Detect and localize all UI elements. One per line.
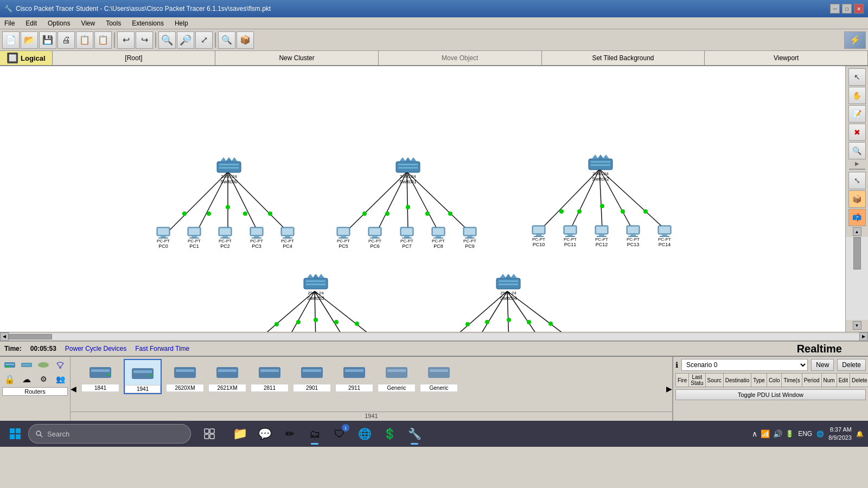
zoom-in-button[interactable]: 🔍 (158, 31, 176, 49)
app-dollar[interactable]: 💲 (378, 422, 401, 446)
app-browser[interactable]: 🌐 (353, 422, 376, 446)
pc11-node[interactable]: PC-PTPC11 (562, 224, 578, 248)
pc4-node[interactable]: PC-PTPC4 (279, 226, 296, 249)
app-file-manager[interactable]: 🗂 (303, 422, 327, 446)
switch2-node[interactable]: 2960-24Switch2 (588, 155, 614, 182)
globe-icon[interactable]: 🌐 (816, 431, 824, 438)
scenario-info-icon[interactable]: ℹ (675, 361, 678, 369)
viewport-button[interactable]: Viewport (705, 51, 868, 65)
open-button[interactable]: 📂 (21, 31, 38, 49)
scroll-right-button[interactable]: ▶ (666, 384, 672, 393)
task-view-button[interactable] (197, 422, 221, 446)
vscroll-thumb[interactable] (853, 237, 861, 269)
hscroll[interactable]: ◀ ▶ (0, 332, 868, 341)
pc9-node[interactable]: PC-PTPC9 (462, 226, 478, 249)
app-windows-store[interactable]: 🛡 1 (328, 422, 352, 446)
menu-tools[interactable]: Tools (104, 18, 123, 28)
pc13-node[interactable]: PC-PTPC13 (625, 224, 641, 248)
multiuser-category-button[interactable]: 👥 (53, 373, 68, 385)
app-file-explorer[interactable]: 📁 (228, 422, 252, 446)
vscroll-track[interactable] (846, 237, 868, 320)
select-tool-button[interactable]: ↖ (848, 68, 866, 86)
device-2620XM[interactable]: 2620XM (166, 359, 204, 392)
resize-tool-button[interactable]: ⤡ (848, 172, 866, 189)
menu-help[interactable]: Help (173, 18, 190, 28)
toggle-pdu-button[interactable]: Toggle PDU List Window (675, 389, 866, 400)
canvas-area[interactable]: 2960-24Switch0 2960-24Switch1 (0, 66, 845, 332)
save-button[interactable]: 💾 (39, 31, 56, 49)
hand-tool-button[interactable]: ✋ (848, 87, 866, 104)
wan-category-button[interactable]: ☁ (19, 373, 34, 385)
taskbar-search-bar[interactable]: Search (28, 424, 191, 444)
fast-forward-button[interactable]: Fast Forward Time (135, 345, 189, 352)
close-button[interactable]: ✕ (854, 4, 864, 14)
custom-category-button[interactable]: ⚙ (36, 373, 51, 385)
device-1841[interactable]: 1841 (81, 359, 119, 392)
pdu-simple-button[interactable]: 📦 (848, 190, 866, 208)
help-button[interactable]: ⚡ (844, 31, 866, 49)
battery-icon[interactable]: 🔋 (786, 430, 794, 438)
chevron-up-icon[interactable]: ∧ (752, 429, 757, 438)
new-button[interactable]: 📄 (2, 31, 20, 49)
pc12-node[interactable]: PC-PTPC12 (593, 224, 610, 248)
scroll-left-button[interactable]: ◀ (71, 384, 76, 393)
zoom-reset-button[interactable]: 🔎 (177, 31, 194, 49)
switch-category-button[interactable] (19, 359, 34, 371)
note-tool-button[interactable]: 📝 (848, 105, 866, 123)
hscroll-left[interactable]: ◀ (0, 332, 9, 341)
security-category-button[interactable]: 🔒 (2, 373, 17, 385)
hscroll-right[interactable]: ▶ (859, 332, 868, 341)
maximize-button[interactable]: □ (842, 4, 852, 14)
pc10-node[interactable]: PC-PTPC10 (531, 224, 547, 248)
pc0-node[interactable]: PC-PTPC0 (155, 226, 171, 249)
hscroll-thumb[interactable] (9, 334, 52, 339)
network-icon[interactable]: 📶 (761, 429, 770, 438)
pc6-node[interactable]: PC-PTPC6 (367, 226, 383, 249)
menu-extensions[interactable]: Extensions (130, 18, 166, 28)
undo-button[interactable]: ↩ (117, 31, 135, 49)
pc3-node[interactable]: PC-PTPC3 (248, 226, 265, 249)
pdu-complex-button[interactable]: 📫 (848, 209, 866, 226)
menu-file[interactable]: File (2, 18, 17, 28)
root-button[interactable]: [Root] (53, 51, 216, 65)
switch4-node[interactable]: 2960-24Switch4 (495, 274, 521, 301)
switch1-node[interactable]: 2960-24Switch1 (395, 157, 421, 185)
menu-options[interactable]: Options (46, 18, 72, 28)
language-indicator[interactable]: ENG (798, 430, 812, 438)
hub-category-button[interactable] (36, 359, 51, 371)
pc5-node[interactable]: PC-PTPC5 (335, 226, 352, 249)
copy-button[interactable]: 📋 (76, 31, 93, 49)
app-cisco-pt[interactable]: 🔧 (403, 422, 426, 446)
device-1941[interactable]: 1941 (124, 359, 162, 394)
notification-icon[interactable]: 🔔 (856, 431, 864, 438)
redo-button[interactable]: ↪ (136, 31, 153, 49)
device-2911[interactable]: 2911 (335, 359, 373, 392)
scenario-delete-button[interactable]: Delete (837, 359, 866, 371)
set-tiled-bg-button[interactable]: Set Tiled Background (542, 51, 705, 65)
router-category-button[interactable] (2, 359, 17, 371)
app-zoom[interactable]: 💬 (253, 422, 277, 446)
pc8-node[interactable]: PC-PTPC8 (430, 226, 446, 249)
inspector-button[interactable]: 🔍 (218, 31, 235, 49)
menu-edit[interactable]: Edit (23, 18, 39, 28)
app-editor[interactable]: ✏ (278, 422, 302, 446)
print-button[interactable]: 🖨 (58, 31, 75, 49)
pc14-node[interactable]: PC-PTPC14 (656, 224, 673, 248)
device-2811[interactable]: 2811 (251, 359, 289, 392)
search-tool-button[interactable]: 🔍 (848, 142, 866, 159)
minimize-button[interactable]: ─ (830, 4, 840, 14)
routers-label[interactable]: Routers (2, 387, 68, 396)
scenario-new-button[interactable]: New (811, 359, 834, 371)
vscroll-up[interactable]: ▲ (853, 227, 861, 236)
start-button[interactable] (4, 423, 26, 445)
power-cycle-button[interactable]: Power Cycle Devices (65, 345, 126, 352)
scenario-select[interactable]: Scenario 0 (681, 359, 808, 371)
speaker-icon[interactable]: 🔊 (773, 429, 782, 438)
expand-icon[interactable]: ▶ (855, 160, 859, 166)
move-object-button[interactable]: Move Object (379, 51, 542, 65)
device-2901[interactable]: 2901 (293, 359, 331, 392)
device-generic-a[interactable]: Generic (378, 359, 416, 392)
taskbar-clock[interactable]: 8:37 AM 8/9/2023 (828, 426, 852, 442)
switch0-node[interactable]: 2960-24Switch0 (216, 157, 242, 185)
pc1-node[interactable]: PC-PTPC1 (186, 226, 202, 249)
